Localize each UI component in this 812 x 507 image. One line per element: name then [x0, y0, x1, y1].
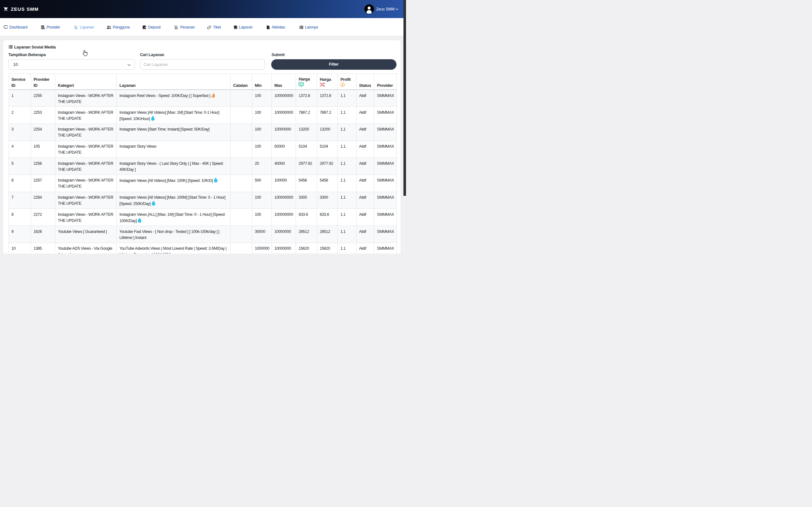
svg-text:$: $: [342, 83, 344, 86]
